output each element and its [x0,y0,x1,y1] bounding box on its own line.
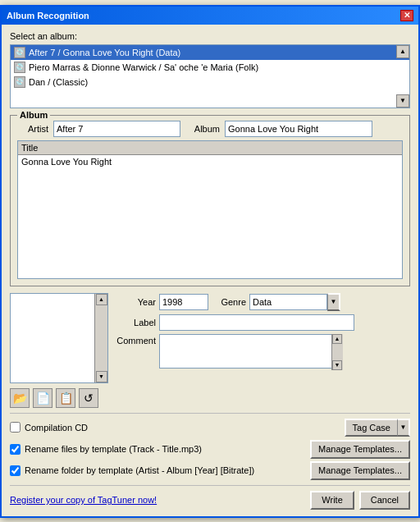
rename-folder-label: Rename folder by template (Artist - Albu… [25,465,254,475]
tag-case-arrow[interactable]: ▼ [397,419,410,437]
rename-folder-manage-button[interactable]: Manage Templates... [310,461,410,480]
compilation-check-group: Compilation CD [10,422,88,433]
copy-button-2[interactable]: 📋 [56,388,75,408]
genre-input[interactable] [249,294,327,310]
comment-wrapper: ▲ ▼ [159,334,343,370]
album-listbox-container: 💿 After 7 / Gonna Love You Right (Data) … [10,44,410,108]
title-column-header: Title [18,141,402,155]
artist-label: Artist [17,124,48,134]
icon-row: 📂 📄 📋 ↺ [10,388,410,408]
artist-row: Artist Album [17,121,403,137]
artwork-scrollbar: ▲ ▼ [94,294,107,382]
album-list-item-2[interactable]: 💿 Piero Marras & Dionne Warwick / Sa' oc… [11,60,409,75]
label-row: Label [115,314,410,331]
refresh-button[interactable]: ↺ [79,388,98,408]
cancel-button[interactable]: Cancel [359,491,410,510]
rename-files-checkbox[interactable] [10,444,21,455]
comment-scroll-up[interactable]: ▲ [332,334,342,344]
comment-scroll-down[interactable]: ▼ [332,360,342,370]
compilation-label: Compilation CD [25,423,88,433]
artwork-box: ▲ ▼ [10,293,108,383]
album-icon-3: 💿 [14,76,25,88]
comment-label: Comment [115,336,156,346]
bottom-area: ▲ ▼ Year Genre ▼ Label [10,293,410,383]
action-buttons: Write Cancel [310,491,410,510]
label-label: Label [115,318,156,327]
genre-dropdown-wrapper: ▼ [249,293,340,311]
separator-1 [10,413,410,414]
window-title: Album Recognition [7,11,89,21]
artwork-scroll-down[interactable]: ▼ [96,371,107,382]
footer-row: Register your copy of TagTuner now! Writ… [10,491,410,510]
rename-files-manage-button[interactable]: Manage Templates... [310,440,410,459]
close-button[interactable]: ✕ [400,10,413,21]
compilation-checkbox[interactable] [10,422,21,433]
album-recognition-window: Album Recognition ✕ Select an album: 💿 A… [0,5,420,518]
album-listbox[interactable]: 💿 After 7 / Gonna Love You Right (Data) … [11,45,409,108]
select-album-label: Select an album: [10,31,410,41]
year-genre-row: Year Genre ▼ [115,293,410,311]
tag-case-button[interactable]: Tag Case [345,419,397,437]
label-input[interactable] [159,314,354,331]
album-list-item-3[interactable]: 💿 Dan / (Classic) [11,75,409,89]
rename-files-row: Rename files by template (Track - Title.… [10,440,410,459]
open-folder-button[interactable]: 📂 [10,388,30,408]
artwork-scroll-up[interactable]: ▲ [96,294,107,305]
tag-case-dropdown: Tag Case ▼ [345,419,410,437]
rename-folder-row: Rename folder by template (Artist - Albu… [10,461,410,480]
album-icon-1: 💿 [14,47,25,58]
listbox-scroll-down[interactable]: ▼ [396,94,409,108]
genre-dropdown-arrow[interactable]: ▼ [327,293,340,311]
compilation-row: Compilation CD Tag Case ▼ [10,419,410,437]
album-label-field: Album [185,124,220,134]
comment-textarea[interactable] [159,334,343,369]
album-group: Album Artist Album Title Gonna Love You … [10,115,410,286]
rename-folder-group: Rename folder by template (Artist - Albu… [10,465,254,476]
title-table-body: Gonna Love You Right [18,155,402,278]
register-link[interactable]: Register your copy of TagTuner now! [10,495,157,505]
album-group-title: Album [17,110,50,120]
copy-button-1[interactable]: 📄 [33,388,52,408]
year-label: Year [115,297,156,307]
meta-area: Year Genre ▼ Label Comment [115,293,410,383]
artist-input[interactable] [53,121,180,137]
rename-files-group: Rename files by template (Track - Title.… [10,444,202,455]
main-content: Select an album: 💿 After 7 / Gonna Love … [2,25,418,516]
title-table: Title Gonna Love You Right [17,140,403,279]
album-input[interactable] [225,121,372,137]
rename-files-label: Rename files by template (Track - Title.… [25,444,202,454]
separator-2 [10,485,410,486]
genre-label: Genre [212,297,246,307]
rename-folder-checkbox[interactable] [10,465,21,476]
listbox-scroll-up[interactable]: ▲ [396,45,409,58]
write-button[interactable]: Write [310,491,354,510]
track-row-1[interactable]: Gonna Love You Right [21,157,399,167]
year-input[interactable] [159,294,208,310]
title-bar: Album Recognition ✕ [2,7,418,25]
comment-row: Comment ▲ ▼ [115,334,410,370]
album-icon-2: 💿 [14,62,25,73]
comment-scrollbar: ▲ ▼ [331,334,343,370]
album-list-item-1[interactable]: 💿 After 7 / Gonna Love You Right (Data) [11,45,409,60]
